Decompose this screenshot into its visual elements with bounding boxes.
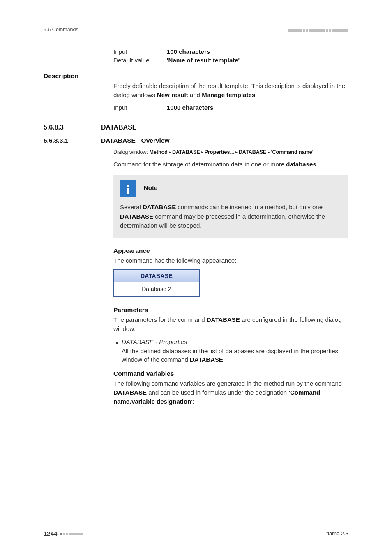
breadcrumb-sep-icon: ▸ [169, 150, 171, 154]
command-block-body: Database 2 [114, 282, 199, 296]
description-text: Freely definable description of the resu… [113, 81, 348, 99]
list-item: DATABASE - Properties All the defined da… [122, 338, 348, 364]
def-label: Input [113, 104, 167, 111]
command-intro-text: Command for the storage of determination… [113, 160, 348, 169]
def-value: 'Name of result template' [167, 57, 348, 64]
def-row-input: Input 100 characters [113, 47, 348, 56]
page-footer: 1244 tiamo 2.3 [44, 530, 348, 537]
appearance-text: The command has the following appearance… [113, 256, 348, 265]
note-title-wrap: Note [144, 184, 342, 193]
note-box: Note Several DATABASE commands can be in… [113, 175, 348, 238]
command-block-graphic: DATABASE Database 2 [113, 269, 200, 297]
command-variables-text: The following command variables are gene… [113, 379, 348, 406]
definition-block-1: Input 100 characters Default value 'Name… [113, 47, 348, 65]
breadcrumb-sep-icon: ▸ [201, 150, 203, 154]
note-text: Several DATABASE commands can be inserte… [120, 203, 342, 231]
def-value: 100 characters [167, 48, 348, 55]
heading-title: DATABASE - Overview [101, 137, 170, 144]
note-header: Note [120, 180, 342, 197]
def-row-default: Default value 'Name of result template' [113, 56, 348, 65]
description-heading: Description [44, 72, 348, 80]
heading-title: DATABASE [101, 124, 137, 131]
page: 5.6 Commands Input 100 characters Defaul… [0, 0, 392, 555]
parameters-text: The parameters for the command DATABASE … [113, 315, 348, 333]
heading-number: 5.6.8.3 [44, 124, 101, 131]
heading-number: 5.6.8.3.1 [44, 137, 101, 144]
list-item-body: All the defined databases in the list of… [122, 347, 338, 363]
heading-database-overview: 5.6.8.3.1 DATABASE - Overview [44, 137, 348, 144]
dialog-window-path: Dialog window: Method▸DATABASE▸Propertie… [113, 148, 348, 156]
page-number: 1244 [44, 530, 57, 537]
footer-product: tiamo 2.3 [327, 530, 348, 536]
footer-ornament [60, 530, 83, 536]
list-item-title: DATABASE - Properties [122, 338, 187, 345]
heading-database: 5.6.8.3 DATABASE [44, 124, 348, 131]
appearance-heading: Appearance [113, 247, 348, 254]
def-label: Default value [113, 57, 167, 64]
note-title: Note [144, 184, 342, 193]
command-variables-heading: Command variables [113, 370, 348, 377]
parameters-heading: Parameters [113, 306, 348, 314]
def-row-input-desc: Input 1000 characters [113, 103, 348, 112]
footer-left: 1244 [44, 530, 83, 537]
parameters-list: DATABASE - Properties All the defined da… [113, 338, 348, 364]
page-header: 5.6 Commands [44, 26, 348, 33]
def-label: Input [113, 48, 167, 55]
definition-block-2: Input 1000 characters [113, 103, 348, 112]
info-icon [120, 180, 136, 197]
breadcrumb-sep-icon: ▸ [235, 150, 238, 154]
command-block-title: DATABASE [114, 270, 199, 282]
section-description: Description Freely definable description… [44, 72, 348, 112]
def-value: 1000 characters [167, 104, 348, 111]
header-section-label: 5.6 Commands [44, 27, 78, 32]
header-ornament [288, 26, 348, 33]
